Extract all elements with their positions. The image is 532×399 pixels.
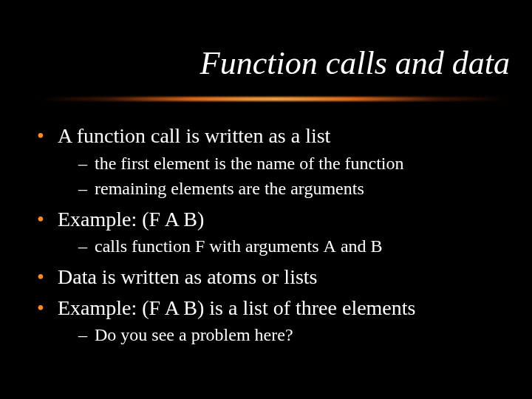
slide-title: Function calls and data: [200, 44, 510, 82]
sub-list: Do you see a problem here?: [58, 323, 510, 347]
bullet-item: A function call is written as a list the…: [35, 122, 510, 201]
bullet-text: Data is written as atoms or lists: [58, 265, 318, 288]
code-text: (F A B): [142, 208, 204, 231]
slide-body: A function call is written as a list the…: [35, 122, 510, 352]
sub-item: remaining elements are the arguments: [78, 177, 510, 200]
slide: Function calls and data A function call …: [0, 0, 532, 399]
code-text: F: [195, 236, 205, 256]
title-underline-glow: [22, 92, 525, 106]
bullet-text: is a list of three elements: [204, 296, 415, 319]
sub-text: the first element is the name of the fun…: [95, 154, 404, 173]
sub-text: and: [336, 236, 371, 256]
sub-text: calls function: [95, 236, 195, 256]
code-text: A: [324, 236, 336, 256]
sub-item: Do you see a problem here?: [78, 323, 510, 347]
sub-item: the first element is the name of the fun…: [78, 151, 510, 175]
bullet-list: A function call is written as a list the…: [35, 122, 510, 347]
sub-text: Do you see a problem here?: [95, 325, 293, 344]
sub-list: calls function F with arguments A and B: [58, 234, 510, 258]
code-text: (F A B): [142, 296, 204, 319]
bullet-item: Data is written as atoms or lists: [35, 263, 510, 291]
bullet-text: A function call is written as a list: [58, 124, 330, 147]
code-text: B: [371, 236, 383, 256]
bullet-text: Example:: [58, 208, 142, 231]
bullet-item: Example: (F A B) is a list of three elem…: [35, 294, 510, 347]
sub-list: the first element is the name of the fun…: [58, 151, 510, 201]
bullet-item: Example: (F A B) calls function F with a…: [35, 205, 510, 259]
sub-item: calls function F with arguments A and B: [78, 234, 510, 258]
sub-text: with arguments: [205, 236, 323, 256]
bullet-text: Example:: [58, 296, 142, 319]
sub-text: remaining elements are the arguments: [95, 179, 364, 198]
